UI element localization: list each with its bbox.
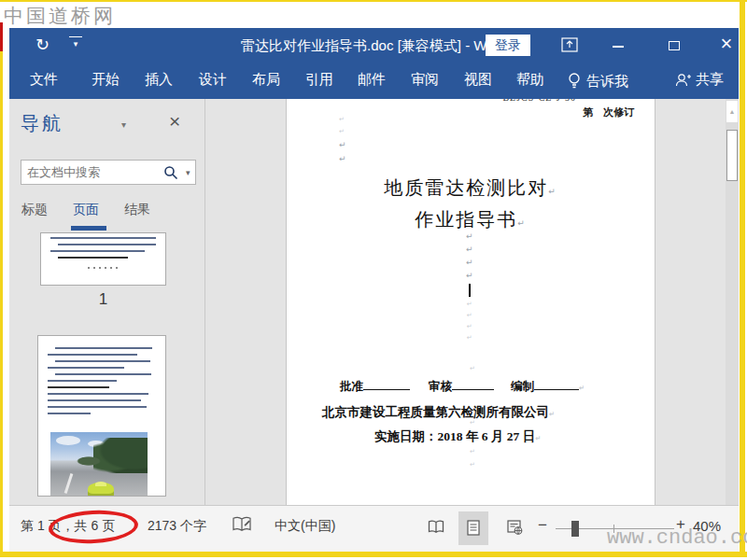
tell-me-tab[interactable]: 告诉我 <box>586 73 628 91</box>
text-cursor <box>469 284 471 297</box>
paragraph-marks-left: ↵↵↵↵ <box>339 116 346 163</box>
close-button[interactable]: × <box>714 30 739 58</box>
word-count[interactable]: 2173 个字 <box>148 518 206 535</box>
share-button[interactable]: 共享 <box>674 71 724 89</box>
signature-row: 批准审核编制↵ <box>340 379 585 395</box>
tab-insert[interactable]: 插入 <box>145 71 173 89</box>
red-circle-annotation <box>48 509 139 546</box>
tab-review[interactable]: 审阅 <box>411 71 439 89</box>
read-mode-button[interactable] <box>421 511 451 545</box>
doc-company-line: 北京市建设工程质量第六检测所有限公司↵ <box>322 404 555 421</box>
doc-title-line-2: 作业指导书↵ <box>287 207 655 232</box>
language-status[interactable]: 中文(中国) <box>275 518 335 535</box>
page-1-thumbnail[interactable] <box>40 232 166 286</box>
maximize-button[interactable] <box>661 35 687 56</box>
scrollbar-thumb[interactable] <box>726 130 738 181</box>
nav-close-icon[interactable]: × <box>169 110 180 133</box>
tab-home[interactable]: 开始 <box>92 71 120 89</box>
page-2-thumbnail[interactable] <box>37 335 166 497</box>
nav-tab-headings[interactable]: 标题 <box>21 202 48 218</box>
nav-tab-pages[interactable]: 页面 <box>73 202 99 218</box>
search-input[interactable] <box>27 162 153 182</box>
nav-tab-active-underline <box>71 226 106 231</box>
title-bar: ↻ ▾ 雷达比对作业指导书.doc [兼容模式] - Word 登录 × <box>9 28 739 63</box>
nav-options-dropdown-icon[interactable]: ▾ <box>121 119 126 130</box>
word-window: ↻ ▾ 雷达比对作业指导书.doc [兼容模式] - Word 登录 × 文件 … <box>9 28 739 552</box>
screenshot-root: 中国道桥网 www.cndao.com ↻ ▾ 雷达比对作业指导书.doc [兼… <box>0 0 747 560</box>
tab-mailings[interactable]: 邮件 <box>358 71 386 89</box>
doc-title-line-1: 地质雷达检测比对↵ <box>287 175 655 201</box>
tab-layout[interactable]: 布局 <box>252 71 280 89</box>
minimize-button[interactable] <box>605 35 631 56</box>
sign-in-button[interactable]: 登录 <box>486 35 530 56</box>
vertical-scrollbar[interactable]: ▲ <box>726 99 739 505</box>
proofing-icon[interactable] <box>232 515 252 536</box>
nav-pane-separator[interactable] <box>204 99 205 505</box>
nav-tab-results[interactable]: 结果 <box>124 202 150 218</box>
site-watermark-url: www.cndao.com <box>607 526 747 550</box>
document-page[interactable]: BZJCS-CZ-J-30 第 次修订 ↵↵↵↵ 地质雷达检测比对↵ 作业指导书… <box>286 99 655 505</box>
tab-design[interactable]: 设计 <box>199 71 227 89</box>
tab-file[interactable]: 文件 <box>30 71 58 89</box>
frame-border-left-red <box>0 22 3 51</box>
paragraph-marks-center: ↵↵↵↵ ↵↵↵↵ <box>466 231 473 342</box>
frame-border-top <box>0 0 747 2</box>
frame-border-right <box>740 2 745 552</box>
scroll-up-button[interactable]: ▲ <box>726 101 738 122</box>
person-plus-icon <box>674 72 691 88</box>
navigation-pane-title: 导航 <box>21 111 63 136</box>
tab-view[interactable]: 视图 <box>464 71 492 89</box>
frame-border-left <box>0 51 3 552</box>
share-label: 共享 <box>696 71 724 89</box>
ribbon-display-options-icon[interactable] <box>560 37 579 52</box>
lightbulb-icon <box>565 71 584 90</box>
doc-date-line: 实施日期：2018 年 6 月 27 日↵ <box>374 428 541 445</box>
doc-revision-line: 第 次修订 <box>583 105 634 119</box>
main-area: 导航 ▾ × ▾ 标题 页面 结果 1 <box>9 99 739 505</box>
zoom-slider-handle[interactable] <box>571 521 579 537</box>
road-photo <box>50 432 148 497</box>
page-1-number: 1 <box>40 290 166 309</box>
search-dropdown-icon[interactable]: ▾ <box>186 168 190 177</box>
doc-code-clipped: BZJCS-CZ-J-30 <box>502 99 576 103</box>
print-layout-button[interactable] <box>458 511 488 545</box>
tab-references[interactable]: 引用 <box>305 71 333 89</box>
tab-help[interactable]: 帮助 <box>516 71 544 89</box>
search-icon[interactable] <box>163 165 178 180</box>
site-watermark-name: 中国道桥网 <box>4 3 116 29</box>
web-layout-button[interactable] <box>500 511 529 545</box>
ribbon-tab-bar: 文件 开始 插入 设计 布局 引用 邮件 审阅 视图 帮助 告诉我 共享 <box>9 63 739 99</box>
zoom-out-button[interactable]: − <box>538 516 547 535</box>
document-search-box[interactable]: ▾ <box>21 160 196 185</box>
frame-border-bottom <box>0 552 747 557</box>
